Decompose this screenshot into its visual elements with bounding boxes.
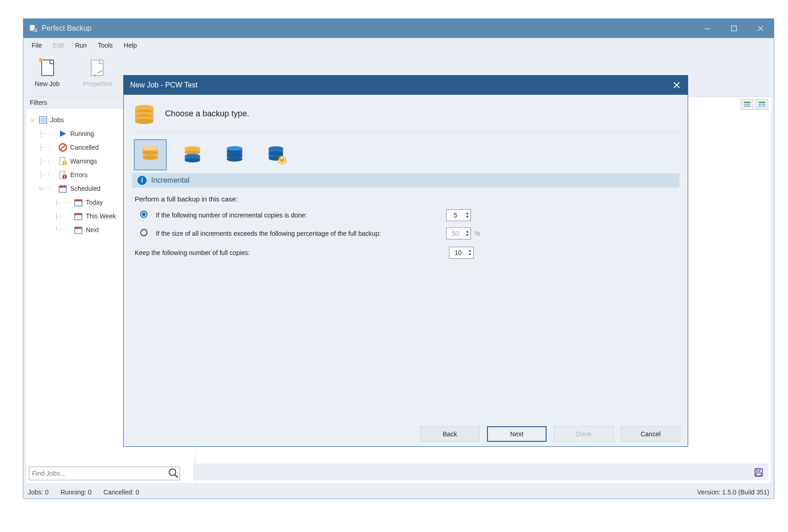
- svg-rect-43: [762, 104, 765, 105]
- search-input[interactable]: [29, 470, 168, 477]
- search-row: [26, 464, 195, 483]
- svg-rect-38: [744, 102, 750, 103]
- menu-edit[interactable]: Edit: [49, 40, 69, 51]
- dialog-close-button[interactable]: [666, 76, 688, 95]
- svg-rect-44: [759, 106, 761, 107]
- cancel-button[interactable]: Cancel: [621, 426, 680, 442]
- backup-type-incremental[interactable]: [134, 139, 167, 170]
- option-copies-label: If the following number of incremental c…: [153, 211, 446, 220]
- status-version: Version: 1.5.0 (Build 351): [697, 489, 769, 496]
- list-icon: [38, 115, 48, 125]
- svg-rect-33: [75, 213, 82, 215]
- radio-size-percent[interactable]: [140, 229, 148, 236]
- svg-rect-47: [756, 468, 760, 471]
- svg-point-72: [227, 146, 242, 150]
- option-size-row: If the size of all increments exceeds th…: [135, 228, 677, 239]
- svg-point-36: [169, 469, 175, 475]
- keep-copies-label: Keep the following number of full copies…: [135, 249, 449, 256]
- svg-rect-21: [64, 164, 65, 165]
- calendar-icon: [74, 225, 83, 234]
- svg-point-76: [268, 152, 283, 156]
- backup-type-differential[interactable]: [176, 139, 209, 170]
- new-job-button[interactable]: New Job: [28, 57, 66, 87]
- backup-type-options: [132, 139, 679, 170]
- next-button[interactable]: Next: [487, 426, 547, 442]
- backup-type-full[interactable]: [218, 139, 251, 170]
- radio-copies-count[interactable]: [140, 211, 148, 218]
- svg-point-60: [142, 146, 158, 150]
- svg-point-58: [142, 156, 158, 160]
- view-list-button[interactable]: [755, 99, 768, 110]
- dialog-titlebar: New Job - PCW Test: [124, 76, 688, 95]
- save-icon[interactable]: [754, 467, 764, 478]
- svg-rect-35: [75, 227, 82, 229]
- svg-point-59: [142, 151, 158, 155]
- option-copies-row: If the following number of incremental c…: [135, 209, 677, 221]
- calendar-icon: [74, 198, 83, 207]
- minimize-button[interactable]: [694, 19, 721, 38]
- info-icon: i: [137, 176, 147, 185]
- svg-point-55: [135, 119, 153, 124]
- keep-copies-row: Keep the following number of full copies…: [135, 247, 677, 259]
- keep-copies-spinner[interactable]: 10 ▲▼: [449, 247, 474, 259]
- titlebar: Perfect Backup: [23, 19, 774, 38]
- svg-rect-39: [744, 104, 750, 105]
- properties-icon: [87, 57, 109, 79]
- svg-rect-48: [756, 472, 761, 475]
- perform-full-backup-label: Perform a full backup in this case:: [135, 195, 677, 203]
- close-button[interactable]: [747, 19, 774, 38]
- search-box[interactable]: [29, 467, 180, 480]
- dialog-body: Choose a backup type.: [124, 95, 688, 259]
- svg-line-17: [60, 145, 65, 150]
- svg-rect-42: [759, 104, 761, 105]
- dialog-title: New Job - PCW Test: [130, 81, 197, 89]
- error-icon: [58, 170, 67, 179]
- option-size-label: If the size of all increments exceeds th…: [153, 229, 446, 238]
- bottom-action-bar: [193, 464, 768, 480]
- status-cancelled: Cancelled: 0: [104, 489, 139, 496]
- backup-type-header-icon: [132, 101, 157, 126]
- svg-rect-27: [59, 186, 66, 188]
- size-percent-spinner[interactable]: 50 ▲▼: [446, 228, 471, 239]
- incremental-options-form: Perform a full backup in this case: If t…: [132, 188, 679, 259]
- svg-rect-31: [75, 200, 82, 201]
- svg-rect-40: [744, 106, 750, 107]
- calendar-icon: [74, 212, 83, 221]
- copies-count-spinner[interactable]: 5 ▲▼: [446, 209, 471, 221]
- menu-tools[interactable]: Tools: [93, 40, 117, 51]
- view-details-button[interactable]: [741, 99, 754, 110]
- svg-rect-4: [705, 28, 710, 29]
- calendar-icon: [58, 184, 67, 193]
- properties-button[interactable]: Properties: [78, 57, 117, 87]
- search-icon[interactable]: [168, 467, 180, 479]
- app-logo-icon: [29, 24, 38, 33]
- status-running: Running: 0: [60, 489, 92, 496]
- svg-point-66: [185, 158, 200, 162]
- svg-rect-41: [759, 102, 765, 103]
- dialog-header: Choose a backup type.: [132, 101, 679, 133]
- svg-line-37: [175, 475, 178, 478]
- back-button[interactable]: Back: [420, 426, 480, 442]
- window-controls: [694, 19, 774, 38]
- menubar: File Edit Run Tools Help: [23, 38, 774, 53]
- new-job-label: New Job: [35, 80, 60, 87]
- statusbar: Jobs: 0 Running: 0 Cancelled: 0 Version:…: [23, 486, 774, 499]
- dialog-header-text: Choose a backup type.: [165, 109, 249, 119]
- status-jobs: Jobs: 0: [28, 489, 49, 496]
- menu-run[interactable]: Run: [71, 40, 92, 51]
- selected-type-label: Incremental: [151, 176, 190, 185]
- svg-point-69: [227, 157, 242, 162]
- properties-label: Properties: [83, 80, 112, 87]
- app-title: Perfect Backup: [42, 24, 92, 33]
- done-button[interactable]: Done: [554, 426, 613, 442]
- menu-help[interactable]: Help: [119, 40, 142, 51]
- svg-rect-45: [762, 106, 765, 107]
- maximize-button[interactable]: [721, 19, 747, 38]
- menu-file[interactable]: File: [27, 40, 47, 51]
- backup-type-sync[interactable]: [260, 139, 293, 170]
- svg-rect-20: [64, 162, 65, 163]
- svg-rect-24: [64, 175, 65, 177]
- new-job-icon: [36, 57, 58, 79]
- svg-rect-6: [42, 60, 54, 76]
- dialog-buttons: Back Next Done Cancel: [124, 422, 688, 446]
